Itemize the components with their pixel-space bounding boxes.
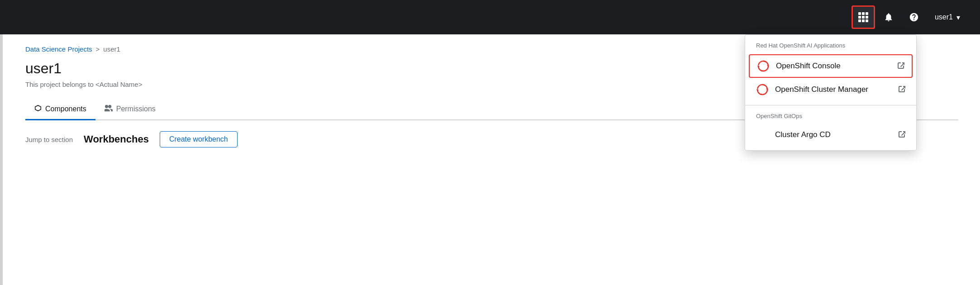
- users-icon: [105, 104, 113, 114]
- apps-menu-button[interactable]: [852, 5, 875, 29]
- topbar-icons: [852, 5, 926, 29]
- external-link-icon-3: [898, 131, 905, 139]
- username-label: user1: [935, 13, 953, 21]
- bell-icon: [884, 12, 894, 22]
- cube-icon: [34, 104, 42, 114]
- dropdown-section2-label: OpenShift GitOps: [745, 113, 916, 125]
- create-workbench-button[interactable]: Create workbench: [160, 131, 238, 147]
- breadcrumb-separator: >: [96, 45, 100, 53]
- openshift-cluster-manager-icon: [756, 83, 769, 96]
- help-icon: [909, 12, 919, 22]
- openshift-console-icon: [757, 60, 770, 72]
- dropdown-section1-label: Red Hat OpenShift AI Applications: [745, 42, 916, 54]
- tab-components-label: Components: [45, 105, 86, 113]
- openshift-cluster-manager-label: OpenShift Cluster Manager: [775, 85, 892, 94]
- dropdown-item-openshift-console[interactable]: OpenShift Console: [749, 54, 913, 78]
- dropdown-section-gitops: OpenShift GitOps Cluster Argo CD: [745, 105, 916, 150]
- app-dropdown: Red Hat OpenShift AI Applications OpenSh…: [745, 34, 917, 151]
- breadcrumb-current: user1: [103, 45, 120, 53]
- tab-permissions[interactable]: Permissions: [95, 99, 165, 120]
- jump-to-section-label: Jump to section: [25, 136, 73, 143]
- help-button[interactable]: [902, 5, 926, 29]
- chevron-down-icon: ▾: [956, 13, 960, 22]
- cluster-argo-cd-label: Cluster Argo CD: [775, 130, 892, 139]
- tab-components[interactable]: Components: [25, 99, 95, 120]
- breadcrumb-link-projects[interactable]: Data Science Projects: [25, 45, 92, 53]
- tab-permissions-label: Permissions: [116, 105, 156, 113]
- grid-icon: [858, 12, 868, 22]
- external-link-icon-2: [898, 86, 905, 94]
- openshift-console-label: OpenShift Console: [776, 62, 891, 71]
- dropdown-item-openshift-cluster-manager[interactable]: OpenShift Cluster Manager: [745, 78, 916, 101]
- dropdown-section-redhat: Red Hat OpenShift AI Applications OpenSh…: [745, 35, 916, 105]
- workbenches-section-title: Workbenches: [84, 133, 149, 145]
- topbar: user1 ▾: [0, 0, 980, 34]
- dropdown-item-cluster-argo-cd[interactable]: Cluster Argo CD: [745, 125, 916, 147]
- external-link-icon-1: [897, 62, 904, 71]
- user-menu[interactable]: user1 ▾: [929, 10, 966, 25]
- notifications-button[interactable]: [877, 5, 900, 29]
- left-sidebar-indicator: [0, 34, 3, 285]
